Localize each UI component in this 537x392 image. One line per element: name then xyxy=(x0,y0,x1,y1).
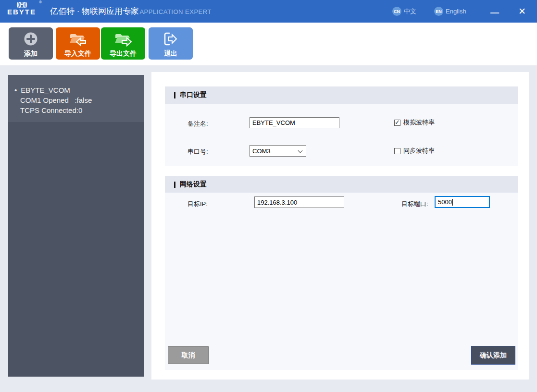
brand-name: EBYTE xyxy=(7,8,36,15)
device-tcps-status: TCPS Connected:0 xyxy=(14,105,137,115)
com-port-value: COM3 xyxy=(252,147,271,155)
chinese-label: 中文 xyxy=(404,7,416,16)
device-list-item[interactable]: • EBYTE_VCOM COM1 Opened :false TCPS Con… xyxy=(8,75,144,122)
target-port-label: 目标端口: xyxy=(401,200,428,208)
export-button-label: 导出文件 xyxy=(110,50,137,57)
serial-settings-header: 串口设置 xyxy=(165,86,518,104)
cn-badge-icon: CN xyxy=(392,7,401,16)
remark-name-label: 备注名: xyxy=(187,120,208,128)
device-list-sidebar: • EBYTE_VCOM COM1 Opened :false TCPS Con… xyxy=(8,75,144,377)
settings-panel: 串口设置 备注名: EBYTE_VCOM 模拟波特率 串口号: COM3 同步波… xyxy=(151,72,529,380)
close-button[interactable]: ✕ xyxy=(513,0,531,23)
header-bar-icon xyxy=(174,182,175,188)
exit-icon xyxy=(162,31,179,49)
exit-button-label: 退出 xyxy=(164,50,177,57)
folder-export-icon xyxy=(112,31,134,49)
checkbox-checked-icon xyxy=(394,120,400,126)
app-title-chinese: 亿佰特 · 物联网应用专家 xyxy=(50,0,139,23)
folder-import-icon xyxy=(67,31,88,49)
network-settings-title: 网络设置 xyxy=(180,180,207,189)
export-file-button[interactable]: 导出文件 xyxy=(101,27,145,60)
language-chinese-button[interactable]: CN 中文 xyxy=(392,0,416,23)
cancel-button[interactable]: 取消 xyxy=(168,346,209,364)
toolbar-divider xyxy=(147,29,147,58)
network-settings-body xyxy=(165,193,518,370)
en-badge-icon: EN xyxy=(434,7,443,16)
english-label: English xyxy=(446,8,466,15)
remark-name-input[interactable]: EBYTE_VCOM xyxy=(250,117,339,128)
serial-settings-title: 串口设置 xyxy=(180,91,207,99)
com-port-label: 串口号: xyxy=(187,147,208,156)
device-bullet: • xyxy=(14,85,17,95)
remark-name-value: EBYTE_VCOM xyxy=(252,119,295,126)
target-port-value: 5000 xyxy=(438,198,452,206)
sync-baud-checkbox[interactable]: 同步波特率 xyxy=(394,147,435,155)
language-english-button[interactable]: EN English xyxy=(434,0,466,23)
serial-settings-body xyxy=(165,104,518,166)
target-port-input[interactable]: 5000 xyxy=(435,196,490,208)
com-port-select[interactable]: COM3 xyxy=(250,145,306,157)
registered-mark: ® xyxy=(39,0,42,4)
checkbox-unchecked-icon xyxy=(394,148,400,154)
import-button-label: 导入文件 xyxy=(64,50,91,57)
device-com-status: COM1 Opened :false xyxy=(14,95,137,105)
exit-button[interactable]: 退出 xyxy=(149,27,193,60)
add-button[interactable]: 添加 xyxy=(9,27,53,60)
plus-circle-icon xyxy=(23,31,39,49)
simulate-baud-label: 模拟波特率 xyxy=(403,118,435,127)
add-button-label: 添加 xyxy=(24,50,37,57)
minimize-button[interactable]: — xyxy=(486,0,503,23)
target-ip-value: 192.168.3.100 xyxy=(257,199,297,206)
import-file-button[interactable]: 导入文件 xyxy=(56,27,100,60)
toolbar-divider xyxy=(54,29,54,58)
simulate-baud-checkbox[interactable]: 模拟波特率 xyxy=(394,118,435,127)
target-ip-label: 目标IP: xyxy=(187,200,208,208)
target-ip-input[interactable]: 192.168.3.100 xyxy=(254,196,344,208)
sync-baud-label: 同步波特率 xyxy=(403,147,435,155)
confirm-add-button[interactable]: 确认添加 xyxy=(471,346,515,365)
text-cursor xyxy=(452,199,453,206)
toolbar: 添加 导入文件 导出文件 退出 xyxy=(0,23,537,65)
header-bar-icon xyxy=(174,92,175,98)
ebyte-logo: (((•))) EBYTE ® xyxy=(7,1,36,15)
device-name: EBYTE_VCOM xyxy=(21,85,70,95)
network-settings-header: 网络设置 xyxy=(165,176,518,193)
chevron-down-icon xyxy=(298,148,303,153)
app-title-english: IoT APPLICATION EXPERT xyxy=(128,0,212,23)
titlebar: (((•))) EBYTE ® 亿佰特 · 物联网应用专家 IoT APPLIC… xyxy=(0,0,537,23)
antenna-icon: (((•))) xyxy=(7,1,36,7)
